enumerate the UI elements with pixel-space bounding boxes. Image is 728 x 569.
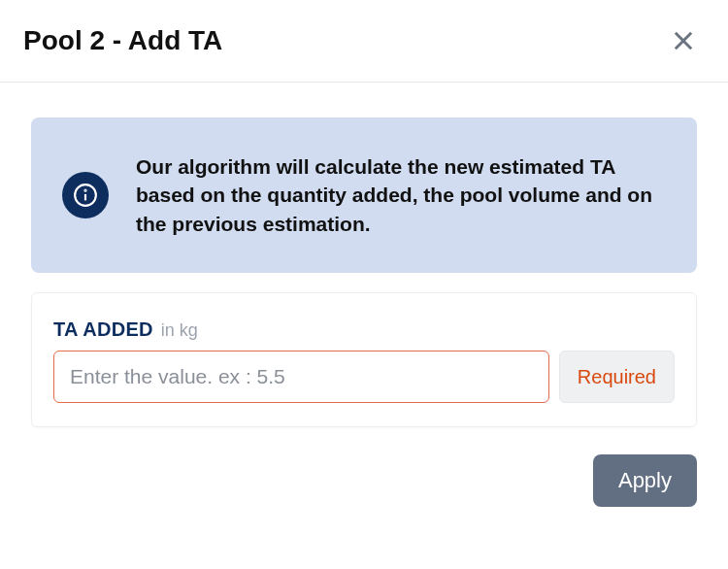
add-ta-dialog: Pool 2 - Add TA Our algorithm will calcu… <box>0 0 728 569</box>
close-button[interactable] <box>666 23 701 58</box>
info-box: Our algorithm will calculate the new est… <box>31 117 697 273</box>
ta-added-label: TA ADDED <box>53 318 153 341</box>
svg-point-4 <box>84 190 85 191</box>
input-row: Required <box>53 351 675 403</box>
dialog-body: Our algorithm will calculate the new est… <box>0 83 728 427</box>
ta-added-unit: in kg <box>161 320 198 341</box>
info-text: Our algorithm will calculate the new est… <box>136 152 666 238</box>
form-label-row: TA ADDED in kg <box>53 318 675 341</box>
apply-button[interactable]: Apply <box>593 454 697 507</box>
dialog-footer: Apply <box>0 427 728 507</box>
dialog-title: Pool 2 - Add TA <box>23 25 222 56</box>
ta-value-input[interactable] <box>53 351 549 403</box>
required-badge: Required <box>559 351 675 403</box>
close-icon <box>670 27 697 54</box>
form-card: TA ADDED in kg Required <box>31 292 697 427</box>
info-icon <box>62 172 109 218</box>
dialog-header: Pool 2 - Add TA <box>0 0 728 83</box>
